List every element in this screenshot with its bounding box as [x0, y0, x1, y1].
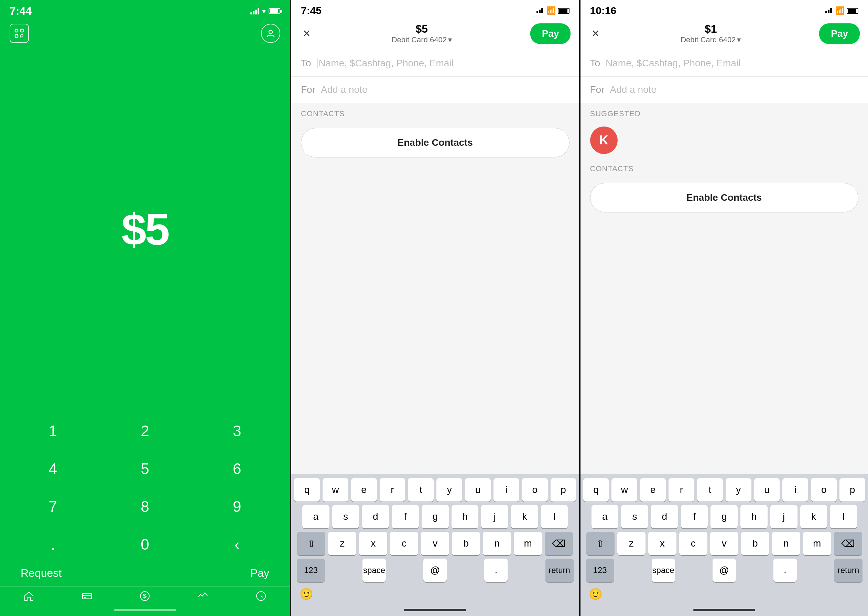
kb-r-s2[interactable]: r	[380, 478, 406, 501]
enable-contacts-button-s3[interactable]: Enable Contacts	[590, 183, 859, 212]
kb-backspace-s2[interactable]: ⌫	[545, 532, 573, 555]
kb-q-s2[interactable]: q	[294, 478, 320, 501]
kb-s-s3[interactable]: s	[621, 505, 648, 528]
kb-u-s2[interactable]: u	[465, 478, 491, 501]
kb-k-s2[interactable]: k	[511, 505, 538, 528]
kb-num-s2[interactable]: 123	[297, 559, 325, 582]
kb-d-s2[interactable]: d	[362, 505, 389, 528]
kb-b-s2[interactable]: b	[452, 532, 480, 555]
kb-z-s3[interactable]: z	[617, 532, 645, 555]
close-button-s2[interactable]: ✕	[300, 27, 313, 41]
scan-icon[interactable]	[9, 24, 29, 43]
kb-g-s3[interactable]: g	[711, 505, 737, 528]
kb-a-s2[interactable]: a	[302, 505, 329, 528]
kb-dot-s3[interactable]: .	[774, 559, 797, 582]
profile-icon-s1[interactable]	[261, 24, 280, 43]
numpad-key-3[interactable]: 3	[191, 412, 283, 450]
numpad-key-6[interactable]: 6	[191, 450, 283, 488]
nav-card[interactable]	[81, 590, 93, 602]
kb-e-s2[interactable]: e	[351, 478, 377, 501]
numpad-key-5[interactable]: 5	[99, 450, 191, 488]
kb-v-s3[interactable]: v	[710, 532, 738, 555]
kb-n-s3[interactable]: n	[772, 532, 800, 555]
kb-x-s3[interactable]: x	[648, 532, 676, 555]
pay-button-s2[interactable]: Pay	[530, 24, 571, 44]
kb-x-s2[interactable]: x	[359, 532, 387, 555]
kb-i-s3[interactable]: i	[782, 478, 808, 501]
numpad-key-1[interactable]: 1	[7, 412, 99, 450]
kb-h-s3[interactable]: h	[741, 505, 767, 528]
nav-dollar[interactable]: $	[139, 590, 151, 602]
numpad-key-dot[interactable]: .	[7, 526, 99, 563]
kb-r-s3[interactable]: r	[668, 478, 694, 501]
enable-contacts-button-s2[interactable]: Enable Contacts	[301, 128, 569, 157]
kb-o-s3[interactable]: o	[811, 478, 837, 501]
numpad-key-0[interactable]: 0	[99, 526, 191, 563]
kb-m-s3[interactable]: m	[803, 532, 831, 555]
kb-space-s2[interactable]: space	[362, 559, 386, 582]
kb-return-s2[interactable]: return	[546, 559, 574, 582]
kb-y-s3[interactable]: y	[726, 478, 752, 501]
kb-at-s2[interactable]: @	[423, 559, 447, 582]
request-button[interactable]: Request	[20, 567, 61, 580]
kb-return-s3[interactable]: return	[834, 559, 862, 582]
kb-num-s3[interactable]: 123	[586, 559, 614, 582]
kb-q-s3[interactable]: q	[583, 478, 609, 501]
kb-p-s2[interactable]: p	[550, 478, 576, 501]
kb-n-s2[interactable]: n	[483, 532, 511, 555]
numpad-key-backspace[interactable]: ‹	[191, 526, 283, 563]
kb-j-s2[interactable]: j	[481, 505, 508, 528]
kb-z-s2[interactable]: z	[328, 532, 356, 555]
kb-j-s3[interactable]: j	[771, 505, 797, 528]
pay-button-s3[interactable]: Pay	[819, 24, 860, 44]
kb-f-s3[interactable]: f	[681, 505, 708, 528]
numpad-key-7[interactable]: 7	[7, 488, 99, 526]
numpad-key-9[interactable]: 9	[191, 488, 283, 526]
kb-c-s2[interactable]: c	[390, 532, 418, 555]
nav-clock[interactable]	[255, 590, 267, 602]
close-button-s3[interactable]: ✕	[589, 27, 602, 41]
kb-h-s2[interactable]: h	[451, 505, 479, 528]
kb-t-s2[interactable]: t	[408, 478, 434, 501]
kb-shift-s3[interactable]: ⇧	[587, 532, 615, 555]
kb-u-s3[interactable]: u	[754, 478, 780, 501]
kb-l-s2[interactable]: l	[541, 505, 568, 528]
emoji-icon-s2[interactable]: 🙂	[300, 588, 313, 600]
kb-c-s3[interactable]: c	[679, 532, 708, 555]
kb-s-s2[interactable]: s	[332, 505, 359, 528]
kb-w-s3[interactable]: w	[612, 478, 637, 501]
kb-shift-s2[interactable]: ⇧	[297, 532, 326, 555]
nav-home[interactable]	[23, 590, 35, 602]
kb-at-s3[interactable]: @	[712, 559, 736, 582]
numpad-key-4[interactable]: 4	[7, 450, 99, 488]
kb-y-s2[interactable]: y	[436, 478, 462, 501]
emoji-icon-s3[interactable]: 🙂	[589, 588, 602, 600]
kb-f-s2[interactable]: f	[392, 505, 419, 528]
numpad-key-2[interactable]: 2	[99, 412, 191, 450]
kb-d-s3[interactable]: d	[651, 505, 678, 528]
kb-l-s3[interactable]: l	[830, 505, 857, 528]
nav-activity[interactable]	[197, 590, 209, 602]
pay-button-s1[interactable]: Pay	[250, 567, 269, 580]
header-card-s3[interactable]: Debit Card 6402 ▾	[681, 35, 741, 44]
to-row-s3[interactable]: To Name, $Cashtag, Phone, Email	[580, 50, 868, 77]
suggested-avatar-s3[interactable]: K	[590, 127, 618, 154]
kb-v-s2[interactable]: v	[421, 532, 449, 555]
kb-p-s3[interactable]: p	[840, 478, 865, 501]
for-row-s3[interactable]: For Add a note	[580, 77, 868, 103]
kb-m-s2[interactable]: m	[514, 532, 542, 555]
kb-space-s3[interactable]: space	[652, 559, 675, 582]
kb-backspace-s3[interactable]: ⌫	[834, 532, 862, 555]
header-card-s2[interactable]: Debit Card 6402 ▾	[392, 35, 452, 44]
kb-w-s2[interactable]: w	[322, 478, 348, 501]
kb-t-s3[interactable]: t	[697, 478, 723, 501]
kb-k-s3[interactable]: k	[800, 505, 827, 528]
kb-o-s2[interactable]: o	[522, 478, 548, 501]
kb-a-s3[interactable]: a	[591, 505, 619, 528]
kb-i-s2[interactable]: i	[494, 478, 519, 501]
to-row-s2[interactable]: To Name, $Cashtag, Phone, Email	[291, 50, 579, 77]
kb-e-s3[interactable]: e	[640, 478, 666, 501]
kb-dot-s2[interactable]: .	[484, 559, 508, 582]
kb-g-s2[interactable]: g	[421, 505, 449, 528]
for-row-s2[interactable]: For Add a note	[291, 77, 579, 103]
